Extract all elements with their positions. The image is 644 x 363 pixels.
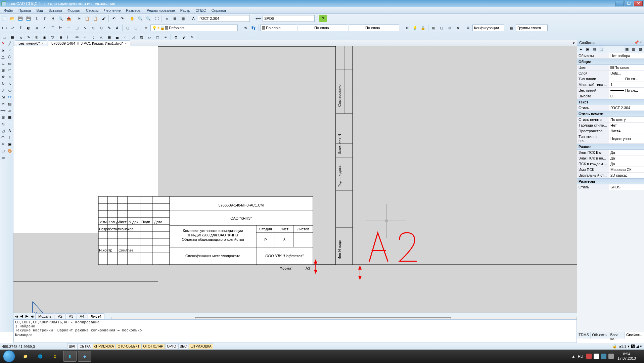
doc-tab-1[interactable]: 5766509-1484_II-3-АС1 Каркас Изм1.dwg*× xyxy=(48,40,130,46)
tray-action-icon[interactable] xyxy=(594,354,599,359)
groups-combo[interactable]: Группы слоев xyxy=(516,25,548,31)
menu-raster[interactable]: Растр xyxy=(178,8,193,13)
menu-draw[interactable]: Черчение xyxy=(101,8,124,13)
ellipse-icon[interactable]: ⬭ xyxy=(7,87,13,93)
circle-icon[interactable]: ○ xyxy=(7,74,13,80)
pan-icon[interactable]: ✋ xyxy=(129,15,136,22)
close-tab-icon[interactable]: × xyxy=(41,41,43,45)
prop-value[interactable]: По слою xyxy=(609,65,644,70)
layer-manager-icon[interactable]: ≡ xyxy=(142,24,150,32)
props-mode1-icon[interactable]: ▦ xyxy=(624,46,630,52)
join-icon[interactable]: ⊕ xyxy=(0,121,6,127)
status-lock-icon[interactable]: 🔒 xyxy=(612,344,617,349)
command-history[interactable]: CO,COPY,CP,КОПИРОВАТЬ,КП - Копирование 1… xyxy=(14,320,577,332)
dimspace-icon[interactable]: ⊡ xyxy=(132,24,139,32)
publish-icon[interactable]: 📤 xyxy=(65,15,73,22)
prop-value[interactable]: Недоступно xyxy=(609,134,644,143)
extend-icon[interactable]: ⟶ xyxy=(0,107,6,114)
properties-icon[interactable]: ☰ xyxy=(171,15,179,22)
explode-icon[interactable]: ✶ xyxy=(0,141,6,147)
tray-lang[interactable]: RU xyxy=(578,354,583,358)
import-icon[interactable]: ⇩ xyxy=(33,15,40,22)
dim-linear-icon[interactable]: ⟷ xyxy=(1,24,8,32)
task-chrome-icon[interactable]: 🌐 xyxy=(34,351,47,362)
hatch-icon[interactable]: ▨ xyxy=(7,101,13,107)
menu-insert[interactable]: Вставка xyxy=(46,8,65,13)
dimstyle-combo[interactable]: SPDS xyxy=(263,15,315,22)
layout-tab-model[interactable]: Модель xyxy=(35,313,54,319)
spline-icon[interactable]: ∿ xyxy=(7,81,13,87)
prop-value[interactable]: Да xyxy=(609,150,644,155)
status-iso-icon[interactable]: ◢ xyxy=(636,344,639,349)
layer-merge-icon[interactable]: ⊕ xyxy=(446,24,453,32)
move-icon[interactable]: ✥ xyxy=(0,74,6,80)
tabstrip-menu-icon[interactable]: ▾ xyxy=(571,40,577,46)
prop-value[interactable]: SPDS xyxy=(609,184,644,190)
lineweight-combo[interactable]: По слою xyxy=(349,25,399,31)
menu-dimensions[interactable]: Размеры xyxy=(123,8,144,13)
dim-angular-icon[interactable]: ∠ xyxy=(41,24,48,32)
layer-del-icon[interactable]: ✕ xyxy=(454,24,461,32)
status-toggle-отс-объект[interactable]: ОТС-ОБЪЕКТ xyxy=(116,344,141,349)
pline-icon[interactable]: ⌇ xyxy=(7,47,13,53)
textstyle-icon[interactable]: A xyxy=(190,15,197,22)
drawing-canvas[interactable]: Изм. Кол.уч Лист N док. Подп. Дата Разра… xyxy=(13,46,577,313)
tool17-icon[interactable]: ⊡ xyxy=(0,148,6,154)
text-icon[interactable]: A xyxy=(7,128,13,134)
menu-view[interactable]: Вид xyxy=(34,8,46,13)
prop-value[interactable]: Лист4 xyxy=(609,128,644,134)
menu-format[interactable]: Формат xyxy=(65,8,83,13)
task-notes-icon[interactable]: 🗒 xyxy=(48,351,62,362)
preview-icon[interactable]: 🔍 xyxy=(57,15,64,22)
mirror-icon[interactable]: ⧋ xyxy=(0,54,6,60)
layer-prev-icon[interactable]: ⟲ xyxy=(242,24,249,32)
textstyle-combo[interactable]: ГОСТ 2.304 xyxy=(198,15,250,22)
menu-file[interactable]: Файл xyxy=(1,8,16,13)
undo-icon[interactable]: ↶ xyxy=(110,15,118,22)
prop-value[interactable]: ГОСТ 2.304 xyxy=(609,105,644,110)
layer-config-icon[interactable]: ⚙ xyxy=(464,24,472,32)
props-add-icon[interactable]: + xyxy=(578,46,584,52)
tray-clock[interactable]: 8:54 17.07.2013 xyxy=(615,352,639,361)
layer-lock-icon[interactable]: 🔒 xyxy=(419,24,427,32)
status-scale[interactable]: м1:1 xyxy=(618,345,626,349)
fillet-icon[interactable]: ◠ xyxy=(0,134,6,140)
close-button[interactable]: ✕ xyxy=(634,1,643,6)
layer-iso-icon[interactable]: ⊞ xyxy=(430,24,437,32)
status-toggle-орто[interactable]: ОРТО xyxy=(165,344,178,349)
props-filter-icon[interactable]: ▣ xyxy=(585,46,591,52)
paste-icon[interactable]: 📋 xyxy=(92,15,99,22)
copyprops-icon[interactable]: 🖌 xyxy=(100,15,107,22)
rect-icon[interactable]: ▭ xyxy=(7,60,13,66)
help-icon[interactable]: ? xyxy=(319,15,327,22)
region-icon[interactable]: ▱ xyxy=(7,107,13,114)
prop-value[interactable]: Да xyxy=(609,161,644,167)
open-icon[interactable]: 📂 xyxy=(9,15,16,22)
status-toggle-шаг[interactable]: ШАГ xyxy=(67,344,78,349)
tray-expand-icon[interactable]: ▲ xyxy=(571,354,575,358)
menu-modify[interactable]: Редактирование xyxy=(144,8,178,13)
table-icon[interactable]: ▦ xyxy=(7,114,13,120)
tray-vol-icon[interactable] xyxy=(608,354,614,359)
redo-icon[interactable]: ↷ xyxy=(118,15,126,22)
copy-icon[interactable]: 📋 xyxy=(84,15,91,22)
tab-nav-first-icon[interactable]: ⏮ xyxy=(13,314,19,318)
dim-continue-icon[interactable]: ⊣ xyxy=(65,24,73,32)
prop-section[interactable]: Текст xyxy=(577,99,644,105)
start-button[interactable] xyxy=(0,350,18,363)
dim-radius-icon[interactable]: ◐ xyxy=(25,24,32,32)
new-icon[interactable]: 📄 xyxy=(1,15,8,22)
prop-value[interactable]: 0 xyxy=(609,93,644,99)
status-toggle-сетка[interactable]: СЕТКА xyxy=(78,344,92,349)
scale-label-icon[interactable]: 1:2 xyxy=(7,94,13,100)
cut-icon[interactable]: ✂ xyxy=(76,15,83,22)
status-toggle-отс-поляр[interactable]: ОТС-ПОЛЯР xyxy=(141,344,165,349)
linetype-combo[interactable]: По слою xyxy=(298,25,348,31)
props-tab-tdms[interactable]: TDMS xyxy=(577,332,591,338)
break-icon[interactable]: ⊟ xyxy=(0,114,6,120)
prop-value[interactable]: 2D каркас xyxy=(609,173,644,178)
menu-help[interactable]: Справка xyxy=(209,8,229,13)
block-icon[interactable]: ▣ xyxy=(7,141,13,147)
layout-tab-a4[interactable]: А4 xyxy=(77,313,87,319)
tray-flag-icon[interactable] xyxy=(586,354,592,359)
